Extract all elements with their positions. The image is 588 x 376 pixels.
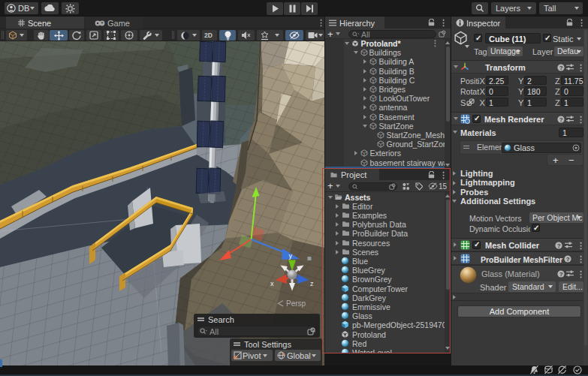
svg-text:?: ? [559,270,563,277]
svg-text:x: x [270,280,274,287]
svg-text:?: ? [559,116,563,122]
svg-text:Persp: Persp [286,299,306,308]
svg-text:?: ? [566,255,570,262]
svg-text:z: z [310,280,314,287]
svg-text:?: ? [557,242,561,248]
svg-text:y: y [289,252,293,260]
svg-text:?: ? [559,64,563,71]
